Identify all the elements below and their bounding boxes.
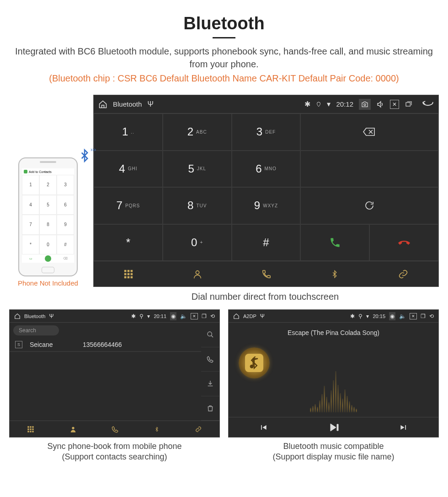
- svg-rect-20: [32, 431, 34, 432]
- svg-rect-14: [32, 426, 34, 427]
- dial-key-4[interactable]: 4GHI: [94, 151, 163, 188]
- svg-rect-12: [28, 426, 29, 427]
- bluetooth-icon: ›››: [78, 147, 91, 164]
- wifi-icon: ▾: [327, 100, 331, 108]
- volume-icon[interactable]: 🔈: [180, 313, 187, 319]
- usb-icon: Ψ: [49, 313, 53, 319]
- dial-key-9[interactable]: 9WXYZ: [232, 187, 301, 224]
- prev-track-icon[interactable]: [259, 423, 268, 432]
- nav-bluetooth-icon[interactable]: [331, 269, 339, 280]
- svg-point-11: [208, 332, 212, 336]
- dial-key-7[interactable]: 7PQRS: [94, 187, 163, 224]
- status-app-name: Bluetooth: [24, 313, 45, 319]
- panel-contacts: Bluetooth Ψ ✱ ⚲ ▾ 20:11 ◉ 🔈 ✕ ❐ ⟲ Search…: [9, 309, 220, 438]
- svg-rect-19: [30, 431, 32, 432]
- contact-row[interactable]: S Seicane 13566664466: [10, 338, 201, 351]
- nav-link-icon[interactable]: [195, 426, 202, 432]
- statusbar-contacts: Bluetooth Ψ ✱ ⚲ ▾ 20:11 ◉ 🔈 ✕ ❐ ⟲: [10, 310, 219, 323]
- dial-key-3[interactable]: 3DEF: [232, 113, 301, 151]
- svg-rect-4: [130, 270, 133, 272]
- side-delete-icon[interactable]: [201, 396, 219, 421]
- statusbar-music: A2DP Ψ ✱ ⚲ ▾ 20:15 ◉ 🔈 ✕ ❐ ⟲: [229, 310, 438, 323]
- svg-point-0: [364, 103, 366, 105]
- svg-rect-3: [127, 270, 129, 272]
- screenshot-icon[interactable]: ◉: [389, 312, 395, 320]
- search-input[interactable]: Search: [13, 325, 59, 335]
- hangup-key[interactable]: [369, 224, 438, 261]
- dial-key-#[interactable]: #: [232, 224, 301, 261]
- nav-phone-icon[interactable]: [261, 269, 272, 279]
- contact-number: 13566664466: [83, 341, 122, 348]
- nav-contacts-icon[interactable]: [69, 426, 77, 433]
- wifi-icon: ▾: [147, 313, 150, 319]
- usb-icon: Ψ: [260, 313, 265, 319]
- dial-key-5[interactable]: 5JKL: [163, 151, 232, 188]
- nav-dialpad-icon[interactable]: [123, 269, 133, 279]
- dial-key-8[interactable]: 8TUV: [163, 187, 232, 224]
- home-icon[interactable]: [233, 313, 240, 319]
- volume-icon[interactable]: [376, 100, 384, 108]
- svg-rect-16: [30, 428, 32, 430]
- bluetooth-status-icon: ✱: [304, 100, 310, 108]
- svg-rect-10: [130, 276, 133, 278]
- headunit-dialer: Bluetooth Ψ ✱ ▾ 20:12 ✕ 1..2ABC3DEF4GHI5…: [93, 95, 439, 287]
- svg-rect-1: [406, 103, 410, 106]
- bottom-nav-main: [94, 261, 438, 286]
- dial-key-6[interactable]: 6MNO: [232, 151, 301, 188]
- svg-rect-7: [130, 273, 133, 275]
- empty-key: [300, 151, 438, 188]
- contact-name: Seicane: [30, 341, 75, 348]
- statusbar-main: Bluetooth Ψ ✱ ▾ 20:12 ✕: [94, 95, 438, 113]
- location-icon: ⚲: [139, 313, 144, 319]
- nav-link-icon[interactable]: [398, 269, 409, 279]
- close-app-icon[interactable]: ✕: [191, 313, 198, 319]
- volume-icon[interactable]: 🔈: [399, 313, 406, 319]
- dial-key-0[interactable]: 0+: [163, 224, 232, 261]
- next-track-icon[interactable]: [399, 423, 408, 432]
- svg-rect-17: [32, 428, 34, 430]
- side-download-icon[interactable]: [201, 372, 219, 396]
- dial-key-2[interactable]: 2ABC: [163, 113, 232, 151]
- screenshot-icon[interactable]: [359, 99, 371, 110]
- recents-icon[interactable]: ❐: [202, 313, 207, 319]
- back-icon[interactable]: [422, 101, 434, 108]
- status-time: 20:11: [154, 313, 166, 319]
- svg-rect-13: [30, 426, 32, 427]
- dial-key-*[interactable]: *: [94, 224, 163, 261]
- recents-icon[interactable]: [405, 101, 413, 108]
- side-call-icon[interactable]: [201, 347, 219, 372]
- location-icon: ⚲: [358, 313, 363, 319]
- side-search-icon[interactable]: [201, 323, 219, 347]
- home-icon[interactable]: [98, 100, 107, 109]
- usb-icon: Ψ: [147, 100, 153, 108]
- back-icon[interactable]: ⟲: [210, 313, 215, 319]
- svg-rect-8: [124, 276, 126, 278]
- main-caption: Dial number direct from touchscreen: [91, 292, 439, 302]
- call-key[interactable]: [300, 224, 369, 261]
- nav-bluetooth-icon[interactable]: [154, 426, 160, 433]
- status-app-name: Bluetooth: [113, 100, 142, 108]
- home-icon[interactable]: [14, 313, 21, 319]
- dial-key-1[interactable]: 1..: [94, 113, 163, 151]
- contacts-caption-1: Sync phone-book from mobile phone: [47, 442, 181, 451]
- refresh-key[interactable]: [300, 187, 438, 224]
- phone-mockup: Add to Contacts 123 456 789 *0# ▭ ⌫: [18, 157, 78, 276]
- svg-rect-6: [127, 273, 129, 275]
- close-app-icon[interactable]: ✕: [390, 100, 399, 109]
- bluetooth-status-icon: ✱: [131, 313, 136, 319]
- screenshot-icon[interactable]: ◉: [170, 312, 176, 320]
- svg-rect-2: [124, 270, 126, 272]
- back-icon[interactable]: ⟲: [429, 313, 434, 319]
- page-title: Bluetooth: [9, 14, 439, 33]
- nav-phone-icon[interactable]: [112, 426, 119, 433]
- phone-header-text: Add to Contacts: [29, 170, 52, 173]
- nav-contacts-icon[interactable]: [192, 269, 203, 279]
- nav-dialpad-icon[interactable]: [27, 426, 34, 433]
- visualizer: [250, 336, 417, 417]
- status-time: 20:12: [336, 100, 353, 108]
- recents-icon[interactable]: ❐: [421, 313, 426, 319]
- backspace-key[interactable]: [300, 113, 438, 151]
- close-app-icon[interactable]: ✕: [410, 313, 417, 319]
- play-pause-icon[interactable]: [328, 422, 339, 433]
- panel-music: A2DP Ψ ✱ ⚲ ▾ 20:15 ◉ 🔈 ✕ ❐ ⟲ Escape (The…: [228, 309, 439, 438]
